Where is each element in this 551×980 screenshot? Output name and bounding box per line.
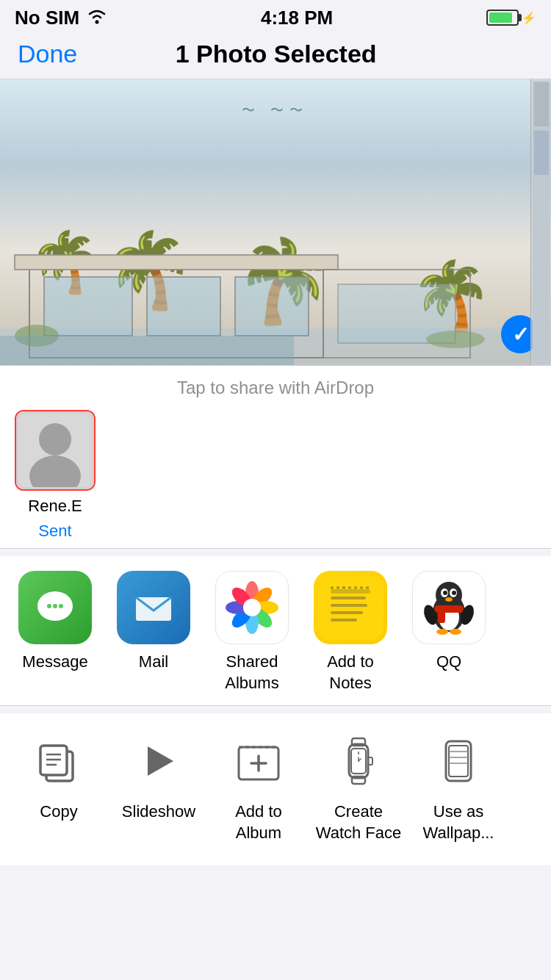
status-bar: No SIM 4:18 PM ⚡: [0, 0, 551, 32]
contact-name: Rene.E: [28, 497, 82, 516]
qq-app-icon: [412, 571, 486, 644]
contact-rene[interactable]: Rene.E Sent: [15, 410, 96, 541]
share-app-shared-albums[interactable]: Shared Albums: [212, 571, 292, 693]
svg-marker-61: [148, 746, 173, 776]
actions-inner: Copy Slideshow: [0, 728, 551, 843]
svg-point-48: [452, 591, 456, 595]
slideshow-icon-wrap: [126, 728, 192, 794]
svg-rect-14: [534, 131, 549, 175]
svg-point-53: [450, 629, 461, 635]
share-app-add-to-notes[interactable]: Add to Notes: [310, 571, 391, 693]
share-apps-row: Message Mail: [0, 556, 551, 706]
done-button[interactable]: Done: [18, 40, 77, 68]
svg-rect-34: [317, 574, 383, 641]
svg-rect-50: [434, 605, 464, 613]
action-use-as-wallpaper[interactable]: Use as Wallpap...: [414, 728, 503, 843]
message-app-icon: [18, 571, 92, 644]
svg-rect-4: [44, 277, 132, 336]
navigation-bar: Done 1 Photo Selected: [0, 32, 551, 79]
svg-point-33: [243, 599, 261, 616]
svg-point-21: [53, 604, 57, 608]
svg-rect-37: [331, 604, 367, 607]
status-battery-area: ⚡: [486, 10, 536, 26]
action-slideshow[interactable]: Slideshow: [115, 728, 203, 843]
svg-rect-36: [331, 597, 366, 599]
svg-rect-11: [0, 336, 294, 365]
use-as-wallpaper-label: Use as Wallpap...: [414, 801, 503, 843]
copy-label: Copy: [40, 801, 77, 823]
photo-preview[interactable]: 〜 〜〜 🌴 🌴 🌴 🌴: [0, 79, 551, 366]
shared-albums-label: Shared Albums: [212, 652, 292, 693]
use-as-wallpaper-icon-wrap: [425, 728, 491, 794]
qq-label: QQ: [436, 652, 461, 673]
svg-point-49: [445, 597, 453, 602]
action-create-watch-face[interactable]: Create Watch Face: [314, 728, 403, 843]
svg-rect-35: [331, 589, 370, 594]
svg-point-20: [47, 604, 51, 608]
add-to-notes-label: Add to Notes: [310, 652, 391, 693]
notes-app-icon: [314, 571, 387, 644]
svg-rect-39: [331, 619, 357, 621]
svg-point-16: [39, 423, 71, 455]
create-watch-face-label: Create Watch Face: [314, 801, 403, 843]
share-app-qq[interactable]: QQ: [408, 571, 489, 693]
action-add-to-album[interactable]: Add to Album: [215, 728, 303, 843]
page-title: 1 Photo Selected: [176, 40, 377, 68]
mail-app-label: Mail: [139, 652, 168, 673]
house-sketch: [0, 218, 530, 365]
action-copy[interactable]: Copy: [15, 728, 103, 843]
svg-point-10: [426, 331, 485, 348]
share-app-mail[interactable]: Mail: [113, 571, 194, 693]
wifi-icon: [87, 7, 107, 29]
airdrop-section: Tap to share with AirDrop Rene.E Sent: [0, 366, 551, 549]
status-time: 4:18 PM: [261, 7, 333, 29]
airdrop-contacts-list: Rene.E Sent: [0, 410, 551, 541]
svg-point-0: [96, 20, 99, 24]
section-divider-1: [0, 549, 551, 556]
birds-decoration: 〜 〜〜: [242, 101, 309, 119]
svg-rect-5: [147, 277, 220, 336]
section-divider-2: [0, 706, 551, 713]
svg-rect-13: [534, 82, 549, 126]
thumbnail-strip[interactable]: [530, 79, 551, 365]
svg-rect-75: [449, 746, 468, 777]
create-watch-face-icon-wrap: [325, 728, 392, 794]
check-icon: ✓: [512, 323, 529, 347]
status-carrier: No SIM: [15, 7, 107, 29]
airdrop-hint-text: Tap to share with AirDrop: [0, 378, 551, 398]
charging-bolt-icon: ⚡: [522, 11, 536, 25]
svg-rect-38: [331, 611, 363, 614]
battery-indicator: ⚡: [486, 10, 536, 26]
add-to-album-label: Add to Album: [215, 801, 303, 843]
shared-albums-icon: [215, 571, 289, 644]
share-apps-inner: Message Mail: [0, 571, 551, 693]
svg-point-52: [436, 629, 448, 635]
actions-row: Copy Slideshow: [0, 713, 551, 865]
contact-status: Sent: [38, 522, 71, 541]
battery-bar: [486, 10, 519, 26]
svg-point-44: [436, 582, 462, 608]
slideshow-label: Slideshow: [122, 801, 195, 823]
svg-rect-6: [235, 277, 309, 336]
copy-icon-wrap: [26, 728, 92, 794]
battery-fill: [489, 12, 512, 23]
contact-avatar-wrapper: [15, 410, 96, 491]
svg-rect-3: [15, 255, 338, 270]
carrier-text: No SIM: [15, 7, 79, 29]
svg-point-22: [59, 604, 63, 608]
svg-rect-51: [438, 611, 445, 623]
svg-point-47: [443, 591, 447, 595]
share-app-message[interactable]: Message: [15, 571, 96, 693]
message-app-label: Message: [22, 652, 87, 673]
add-to-album-icon-wrap: [226, 728, 292, 794]
mail-app-icon: [117, 571, 190, 644]
svg-rect-70: [368, 757, 372, 765]
